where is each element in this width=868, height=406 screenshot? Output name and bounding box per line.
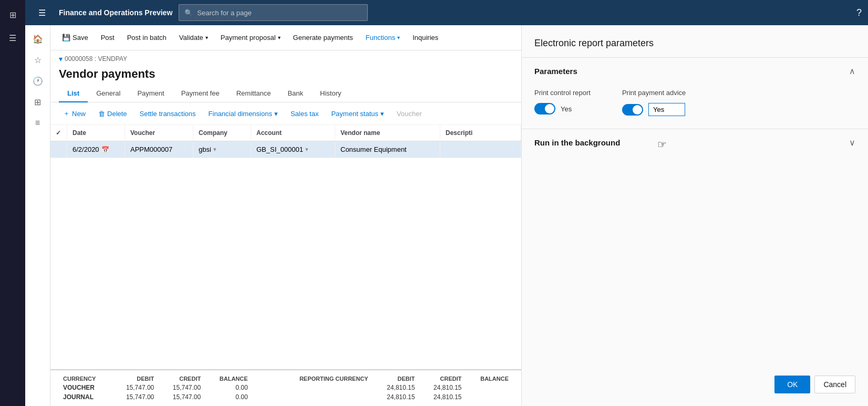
- tab-payment-fee[interactable]: Payment fee: [173, 85, 228, 102]
- right-panel: Electronic report parameters Parameters …: [521, 25, 868, 406]
- apps-icon[interactable]: ⊞: [2, 4, 23, 25]
- settle-transactions-button[interactable]: Settle transactions: [136, 108, 200, 120]
- app-title: Finance and Operations Preview: [59, 8, 172, 17]
- tab-payment[interactable]: Payment: [129, 85, 172, 102]
- delete-button[interactable]: 🗑 Delete: [94, 108, 131, 120]
- voucher-reporting-balance: [466, 383, 513, 392]
- financial-dimensions-button[interactable]: Financial dimensions ▾: [204, 108, 282, 120]
- print-payment-advice-group: Print payment advice: [622, 89, 686, 116]
- ok-button[interactable]: OK: [774, 376, 810, 393]
- main-area: ☰ Finance and Operations Preview 🔍 Searc…: [25, 0, 868, 406]
- new-button[interactable]: ＋ New: [59, 107, 90, 120]
- save-icon: 💾: [62, 34, 70, 41]
- print-control-report-control: Yes: [534, 103, 591, 114]
- currency-header: CURRENCY: [59, 374, 111, 383]
- journal-debit: 15,747.00: [111, 392, 158, 402]
- post-button[interactable]: Post: [96, 30, 120, 45]
- reporting-credit-header: CREDIT: [419, 374, 466, 383]
- credit-header: CREDIT: [158, 374, 205, 383]
- journal-balance: 0.00: [205, 392, 252, 402]
- voucher-reporting-spacer: [252, 383, 373, 392]
- company-dropdown-icon[interactable]: ▾: [213, 146, 216, 153]
- search-bar[interactable]: 🔍 Search for a page: [179, 4, 368, 21]
- tab-general[interactable]: General: [88, 85, 129, 102]
- sidebar-star-icon[interactable]: ☆: [28, 50, 47, 69]
- vendor-column-header: Vendor name: [335, 125, 440, 141]
- tab-remittance[interactable]: Remittance: [228, 85, 280, 102]
- row-description: [440, 141, 521, 158]
- reporting-balance-header: BALANCE: [466, 374, 513, 383]
- account-column-header: Account: [251, 125, 335, 141]
- reporting-currency-header: REPORTING CURRENCY: [252, 374, 373, 383]
- print-payment-advice-control: [622, 103, 686, 116]
- print-control-report-label: Print control report: [534, 89, 591, 97]
- print-payment-advice-label: Print payment advice: [622, 89, 686, 97]
- validate-button[interactable]: Validate: [174, 30, 213, 45]
- print-payment-advice-input[interactable]: [648, 103, 685, 116]
- table-row[interactable]: 6/2/2020 📅 APPM000007 gbsi ▾ GB_SI_00000…: [50, 141, 521, 158]
- sidebar-list-icon[interactable]: ≡: [28, 113, 47, 132]
- functions-button[interactable]: Functions: [360, 30, 405, 45]
- sidebar-history-icon[interactable]: 🕐: [28, 71, 47, 90]
- journal-reporting-balance: [466, 392, 513, 402]
- search-placeholder: Search for a page: [197, 9, 251, 17]
- summary-table: CURRENCY DEBIT CREDIT BALANCE REPORTING …: [59, 374, 513, 402]
- search-icon: 🔍: [184, 9, 193, 17]
- run-bg-expand-icon[interactable]: ∨: [849, 138, 855, 148]
- run-in-background-header[interactable]: Run in the background ∨: [522, 129, 868, 156]
- journal-reporting-debit: 24,810.15: [373, 392, 419, 402]
- journal-label: JOURNAL: [59, 392, 111, 402]
- tab-history[interactable]: History: [312, 85, 349, 102]
- print-payment-advice-toggle[interactable]: [622, 104, 643, 116]
- document-area: 💾 Save Post Post in batch Validate Payme…: [50, 25, 521, 406]
- row-voucher: APPM000007: [125, 141, 193, 158]
- print-control-report-toggle[interactable]: [534, 103, 555, 114]
- company-column-header: Company: [193, 125, 251, 141]
- page-content: 🏠 ☆ 🕐 ⊞ ≡ 💾 Save Post Post in batch: [25, 25, 868, 406]
- balance-header: BALANCE: [205, 374, 252, 383]
- row-vendor-name: Consumer Equipment: [335, 141, 440, 158]
- plus-icon: ＋: [63, 109, 70, 118]
- cancel-button[interactable]: Cancel: [814, 376, 855, 393]
- voucher-debit: 15,747.00: [111, 383, 158, 392]
- row-account: GB_SI_000001 ▾: [251, 141, 335, 158]
- run-in-background-title: Run in the background: [534, 138, 620, 147]
- data-grid: ✓ Date Voucher Company Account Vendor na…: [50, 125, 521, 369]
- inquiries-button[interactable]: Inquiries: [407, 30, 443, 45]
- sales-tax-button[interactable]: Sales tax: [286, 108, 323, 120]
- account-dropdown-icon[interactable]: ▾: [305, 146, 308, 153]
- row-date: 6/2/2020 📅: [67, 141, 125, 158]
- row-company: gbsi ▾: [193, 141, 251, 158]
- row-check[interactable]: [50, 141, 67, 158]
- post-batch-button[interactable]: Post in batch: [122, 30, 172, 45]
- payment-status-button[interactable]: Payment status ▾: [327, 108, 388, 120]
- hamburger-icon[interactable]: ☰: [2, 27, 23, 48]
- parameters-collapse-icon[interactable]: ∧: [849, 66, 855, 76]
- chevron-down-icon2: ▾: [380, 110, 384, 118]
- tab-bank[interactable]: Bank: [279, 85, 312, 102]
- voucher-reporting-credit: 24,810.15: [419, 383, 466, 392]
- payment-proposal-button[interactable]: Payment proposal: [215, 30, 286, 45]
- sidebar: 🏠 ☆ 🕐 ⊞ ≡: [25, 25, 50, 406]
- tabs: List General Payment Payment fee Remitta…: [50, 85, 521, 102]
- sidebar-grid-icon[interactable]: ⊞: [28, 92, 47, 111]
- page-title: Vendor payments: [50, 65, 521, 85]
- help-icon[interactable]: ?: [856, 7, 862, 18]
- breadcrumb: ▾ 00000058 : VENDPAY: [50, 50, 521, 65]
- run-in-background-section: Run in the background ∨: [522, 129, 868, 156]
- voucher-label: VOUCHER: [59, 383, 111, 392]
- filter-icon: ▾: [59, 55, 63, 63]
- print-control-report-value: Yes: [561, 105, 572, 113]
- hamburger-top-icon[interactable]: ☰: [32, 2, 53, 23]
- top-header: ☰ Finance and Operations Preview 🔍 Searc…: [25, 0, 868, 25]
- panel-footer: OK Cancel: [774, 376, 855, 393]
- save-button[interactable]: 💾 Save: [57, 30, 94, 45]
- journal-reporting-spacer: [252, 392, 373, 402]
- generate-payments-button[interactable]: Generate payments: [288, 30, 358, 45]
- parameters-section-header[interactable]: Parameters ∧: [522, 58, 868, 85]
- sidebar-home-icon[interactable]: 🏠: [28, 29, 47, 48]
- journal-credit: 15,747.00: [158, 392, 205, 402]
- tab-list[interactable]: List: [59, 85, 88, 102]
- voucher-column-header: Voucher: [125, 125, 193, 141]
- calendar-icon[interactable]: 📅: [101, 146, 109, 153]
